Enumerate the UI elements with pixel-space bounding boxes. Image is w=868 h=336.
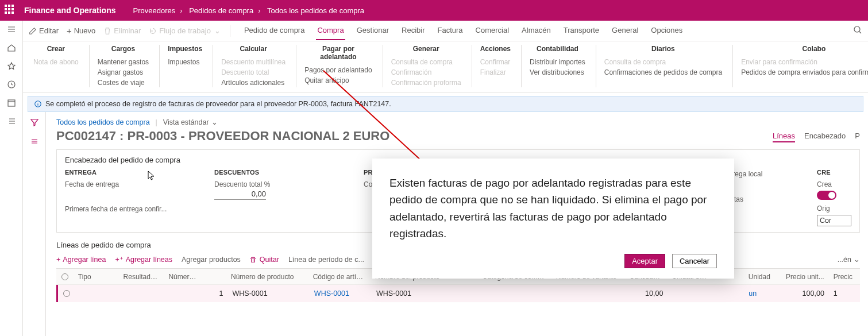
ribbon-group-head: Generar: [391, 45, 461, 53]
search-icon[interactable]: [853, 25, 862, 36]
view-selector[interactable]: Vista estándar⌄: [163, 118, 218, 126]
hamburger-icon[interactable]: [6, 24, 17, 34]
ribbon-group: ContabilidadDistribuir importesVer distr…: [522, 45, 596, 87]
tab-pedido[interactable]: Pedido de compra: [243, 21, 306, 40]
fecha-entrega-value[interactable]: [65, 188, 180, 199]
table-row[interactable]: 1 WHS-0001 WHS-0001 WHS-0001 10,00 un 10…: [56, 285, 860, 302]
tab-compra[interactable]: Compra: [316, 21, 345, 40]
star-icon[interactable]: [6, 61, 17, 71]
cancel-button[interactable]: Cancelar: [672, 254, 717, 268]
ribbon-group-head: Diarios: [604, 45, 722, 53]
tab-recibir[interactable]: Recibir: [400, 21, 426, 40]
ribbon-group: ColaboEnviar para confirmaciónPedidos de…: [733, 45, 868, 87]
tab-comercial[interactable]: Comercial: [474, 21, 511, 40]
ribbon-item[interactable]: Ver distribuciones: [530, 68, 585, 77]
tab-factura[interactable]: Factura: [437, 21, 464, 40]
ribbon-item: Consulta de compra: [391, 57, 461, 67]
ribbon-group-head: Pagar por adelantado: [304, 45, 372, 61]
breadcrumb-2[interactable]: Pedidos de compra: [189, 6, 253, 15]
ribbon-item: Confirmación: [391, 68, 461, 77]
new-button[interactable]: +Nuevo: [67, 26, 95, 36]
app-title: Finance and Operations: [24, 6, 115, 15]
ribbon-group-head: Colabo: [741, 45, 868, 53]
tab-opciones[interactable]: Opciones: [650, 21, 684, 40]
tab-gestionar[interactable]: Gestionar: [356, 21, 390, 40]
h-numero-d[interactable]: Número d...: [164, 273, 203, 281]
breadcrumb: Proveedores› Pedidos de compra› Todos lo…: [133, 6, 364, 15]
row-cantidad[interactable]: 10,00: [626, 289, 668, 298]
ribbon-group: CrearNota de abono: [31, 45, 90, 87]
ribbon-item[interactable]: Mantener gastos: [98, 57, 149, 67]
clock-icon[interactable]: [6, 79, 17, 90]
breadcrumb-1[interactable]: Proveedores: [133, 6, 175, 15]
h-precio2[interactable]: Precic: [829, 273, 860, 281]
select-all-radio[interactable]: [56, 273, 74, 280]
ribbon-item[interactable]: Quitar anticipo: [304, 76, 372, 85]
new-label: Nuevo: [74, 26, 96, 35]
svg-rect-1: [8, 100, 15, 106]
filter-icon[interactable]: [30, 118, 39, 129]
add-lines-button[interactable]: +⁺Agregar líneas: [115, 255, 172, 264]
primera-fecha-label: Primera fecha de entrega confir...: [65, 205, 180, 213]
row-unidad[interactable]: un: [744, 289, 781, 298]
edit-button[interactable]: Editar: [29, 26, 59, 35]
ribbon-group: CargosMantener gastosAsignar gastosCoste…: [90, 45, 160, 87]
ribbon-item[interactable]: Distribuir importes: [530, 57, 585, 67]
left-navigation-rail: [0, 21, 23, 336]
tab-p[interactable]: P: [855, 130, 860, 142]
waffle-icon[interactable]: [5, 5, 16, 16]
h-numero-producto[interactable]: Número de producto: [226, 273, 308, 281]
h-resultados[interactable]: Resultados...: [119, 273, 164, 281]
home-icon[interactable]: [6, 43, 17, 53]
h-codigo[interactable]: Código de artículo: [308, 273, 371, 281]
add-line-button[interactable]: +Agregar línea: [56, 255, 106, 264]
h-tipo[interactable]: Tipo: [74, 273, 119, 281]
tab-lines[interactable]: Líneas: [773, 130, 795, 142]
ribbon-item: Nota de abono: [33, 57, 79, 67]
row-num-producto[interactable]: WHS-0001: [227, 289, 309, 298]
ribbon-group-head: Acciones: [480, 45, 511, 53]
ribbon-group: Pagar por adelantadoPagos por adelantado…: [296, 45, 383, 87]
crea-toggle[interactable]: [817, 191, 836, 200]
remove-line-button[interactable]: 🗑Quitar: [250, 255, 279, 264]
confirm-dialog: Existen facturas de pago por adelantado …: [372, 159, 734, 279]
row-codigo[interactable]: WHS-0001: [310, 289, 372, 298]
breadcrumb-3[interactable]: Todos los pedidos de compra: [267, 6, 364, 15]
ribbon-item[interactable]: Pagos por adelantado: [304, 65, 372, 75]
tab-almacen[interactable]: Almacén: [520, 21, 552, 40]
descuento-total-value[interactable]: 0,00: [214, 188, 266, 200]
ribbon-item[interactable]: Artículos adicionales: [221, 78, 286, 87]
ribbon-item: Enviar para confirmación: [741, 57, 868, 67]
ribbon-item[interactable]: Impuestos: [168, 57, 202, 67]
ribbon-item[interactable]: Confirmaciones de pedidos de compra: [604, 68, 722, 77]
ribbon-item[interactable]: Asignar gastos: [98, 68, 149, 77]
info-icon: [34, 100, 42, 108]
tab-header[interactable]: Encabezado: [804, 130, 846, 142]
related-icon[interactable]: [30, 137, 39, 148]
workflow-label: Flujo de trabajo: [159, 26, 211, 35]
list-icon[interactable]: [6, 116, 17, 126]
calendar-icon[interactable]: [6, 98, 17, 108]
row-num-linea: 1: [205, 289, 228, 298]
h-unidad[interactable]: Unidad: [744, 273, 781, 281]
orig-label: Orig: [817, 204, 851, 213]
accept-button[interactable]: Aceptar: [624, 254, 665, 268]
descuentos-head: DESCUENTOS: [214, 169, 329, 176]
ribbon-item: Descuento multilínea: [221, 57, 286, 67]
row-precio-unit[interactable]: 100,00: [781, 289, 829, 298]
tab-transporte[interactable]: Transporte: [562, 21, 600, 40]
ribbon-group: GenerarConsulta de compraConfirmaciónCon…: [383, 45, 472, 87]
warehouse-dropdown[interactable]: ...én⌄: [838, 255, 860, 264]
add-products-button[interactable]: Agregar productos: [182, 255, 241, 264]
ribbon: CrearNota de abonoCargosMantener gastosA…: [23, 41, 868, 92]
tab-general[interactable]: General: [611, 21, 639, 40]
ribbon-item[interactable]: Costes de viaje: [98, 78, 149, 87]
orig-select[interactable]: Cor: [817, 215, 851, 226]
period-line-button[interactable]: Línea de período de c...: [288, 255, 364, 264]
h-precio-unit[interactable]: Precio unit...: [781, 273, 829, 281]
ribbon-group: DiariosConsulta de compraConfirmaciones …: [596, 45, 733, 87]
row-radio[interactable]: [58, 290, 75, 297]
ribbon-item[interactable]: Pedidos de compra enviados para confirma…: [741, 68, 868, 77]
all-pos-link[interactable]: Todos los pedidos de compra: [56, 118, 150, 126]
edit-label: Editar: [39, 26, 59, 35]
